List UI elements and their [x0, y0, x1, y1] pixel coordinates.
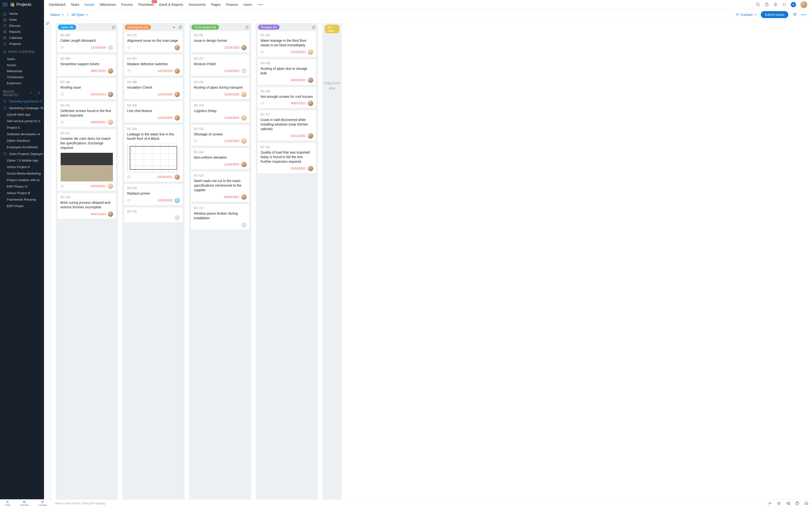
kanban-board[interactable]: Open (9) DC-I68 Cable Length Mismatch 12… [51, 20, 812, 507]
assignee-avatar[interactable] [241, 162, 247, 167]
refresh-icon[interactable] [112, 25, 115, 29]
tab-tasks[interactable]: Tasks [71, 0, 80, 9]
plug-icon[interactable] [777, 501, 781, 506]
issue-card[interactable]: DC-I67 Replace defective switches 12/24/… [124, 55, 183, 75]
smart-chat-input[interactable]: Here is your Smart Chat (Ctrl+Space) [52, 502, 767, 505]
issue-card[interactable]: DC-I43 Replace primer 12/24/2020 [124, 184, 183, 205]
issue-card[interactable]: DC-I14 Steel roads not cut to the exact … [191, 171, 249, 202]
issue-card[interactable]: DC-I37 Restock Polish 12/24/2020 [191, 55, 249, 75]
assignee-avatar[interactable] [108, 183, 113, 189]
zia-icon[interactable] [767, 501, 772, 506]
issue-card[interactable]: DC-I26 Not enough screws for roof trusse… [258, 87, 316, 108]
recent-project-item[interactable]: Airbus Project A [0, 164, 44, 170]
issue-card[interactable]: DC-I31 Defective screws found in the fir… [57, 101, 116, 127]
recent-project-item[interactable]: Donnelly Apartments C [0, 98, 44, 105]
assignee-avatar[interactable] [108, 92, 113, 97]
issue-card[interactable]: DC-I72 Alignment issue on the main page [124, 31, 183, 52]
tab-pages[interactable]: Pages [211, 0, 221, 9]
kanban-column[interactable]: Open (9) DC-I68 Cable Length Mismatch 12… [56, 23, 118, 504]
recent-project-item[interactable]: Employee Enrollment [0, 144, 44, 151]
assignee-avatar[interactable] [241, 194, 247, 200]
sort-icon[interactable] [30, 92, 33, 95]
help-icon[interactable] [795, 501, 800, 506]
assignee-avatar[interactable] [108, 45, 113, 50]
tab-finance[interactable]: Finance [226, 0, 238, 9]
assignee-avatar[interactable] [174, 215, 180, 220]
assignee-avatar[interactable] [174, 174, 180, 180]
submit-issues-button[interactable]: Submit Issues [761, 11, 788, 18]
issue-card[interactable]: DC-I58 Streamline support tickets 05/07/… [57, 55, 116, 75]
kanban-column[interactable]: To be tested (9) DC-I62 Issue in design … [189, 23, 251, 504]
kanban-column[interactable]: Reopen (5) DC-I40 Water leakage in the t… [256, 23, 318, 504]
assignee-avatar[interactable] [308, 166, 313, 171]
refresh-icon[interactable] [245, 25, 249, 29]
recent-project-item[interactable]: Zylker Solutions [0, 137, 44, 144]
issue-card[interactable]: DC-I25 Shortage of screws 12/24/2020 [191, 125, 249, 146]
sidebar-item-home[interactable]: Home [0, 11, 44, 17]
assignee-avatar[interactable] [108, 212, 113, 217]
tab-gantt-reports[interactable]: Gantt & Reports [159, 0, 183, 9]
settings-icon[interactable] [46, 22, 50, 25]
headset-icon[interactable] [804, 501, 809, 506]
tab-milestones[interactable]: Milestones [100, 0, 116, 9]
refresh-icon[interactable] [312, 25, 316, 29]
more-icon[interactable] [801, 14, 806, 15]
issue-card[interactable]: DC-I24 Non-uniform elevation 12/24/2020 [191, 148, 249, 169]
refresh-icon[interactable] [179, 25, 182, 29]
recent-project-item[interactable]: ERP Phase VI [0, 183, 44, 190]
kanban-column[interactable]: On holdDrag it unc plus [322, 23, 342, 504]
assignee-avatar[interactable] [241, 138, 247, 144]
dock-contacts[interactable]: Contacts [38, 500, 47, 506]
issue-card[interactable]: DC-I33 Logistics Delay 12/24/2020 [191, 101, 249, 122]
recent-project-item[interactable]: Social Media Marketing [0, 170, 44, 177]
sidebar-item-reports[interactable]: Reports [0, 29, 44, 35]
recent-project-item[interactable]: Zoho Projects Deploym [0, 151, 44, 157]
issue-card[interactable]: DC-I13 Window panes broken during instal… [191, 204, 249, 230]
issue-card[interactable]: DC-I34 Rusting of pipes during transport… [191, 78, 249, 99]
sidebar-item-issues[interactable]: Issues [0, 62, 44, 68]
topnav-more-icon[interactable] [258, 4, 263, 5]
hamburger-icon[interactable] [2, 2, 8, 7]
assignee-avatar[interactable] [174, 92, 180, 97]
assignee-avatar[interactable] [108, 119, 113, 125]
megaphone-icon[interactable] [786, 501, 790, 506]
sidebar-item-timesheets[interactable]: Timesheets [0, 74, 44, 80]
dock-channels[interactable]: Channels [19, 500, 29, 506]
issue-card[interactable]: DC-I12 Quality of load that was imported… [258, 143, 316, 173]
sidebar-item-discuss[interactable]: Discuss [0, 23, 44, 29]
issue-card[interactable]: DC-I68 Cable Length Mismatch 12/24/2020 [57, 31, 116, 52]
assignee-avatar[interactable] [308, 50, 313, 55]
issue-card[interactable]: DC-I44 Leakage in the water line in the … [124, 125, 183, 182]
assignee-avatar[interactable] [308, 133, 313, 138]
assignee-avatar[interactable] [308, 101, 313, 106]
issue-card[interactable]: DC-I17 Crack in wall discovered while in… [258, 110, 316, 140]
tab-timesheet[interactable]: Timesheet99+ [138, 0, 154, 9]
issue-card[interactable]: DC-I62 Issue in design format 12/24/2020 [191, 31, 249, 52]
sidebar-item-feed[interactable]: Feed [0, 17, 44, 23]
issue-card[interactable]: DC-I35 Rusting of pipes due to storage l… [258, 59, 316, 85]
sidebar-item-milestones[interactable]: Milestones [0, 68, 44, 74]
issue-card[interactable]: DC-I59 Live chat feature 12/24/2020 [124, 101, 183, 122]
profile-avatar[interactable] [800, 1, 807, 8]
recent-project-item[interactable]: Zylker 7.0 Mobile App [0, 157, 44, 164]
recent-project-item[interactable]: Self-service portal for Z [0, 118, 44, 124]
assignee-avatar[interactable] [241, 222, 247, 228]
issue-card[interactable]: DC-I66 Insulation Check 12/24/2020 [124, 78, 183, 99]
tab-issues[interactable]: Issues [85, 0, 94, 9]
assignee-avatar[interactable] [241, 45, 247, 50]
filter-dropdown[interactable]: All Open [71, 13, 89, 17]
tools-icon[interactable] [782, 2, 786, 7]
status-dropdown[interactable]: Status [50, 13, 64, 17]
recent-project-item[interactable]: Airbus Project B [0, 190, 44, 196]
kanban-column[interactable]: In progress (9) DC-I72 Alignment issue o… [122, 23, 185, 504]
filter-icon[interactable] [793, 12, 797, 17]
assignee-avatar[interactable] [174, 45, 180, 50]
recent-project-item[interactable]: Marketing Campaign Te [0, 105, 44, 111]
assignee-avatar[interactable] [174, 198, 180, 203]
tab-users[interactable]: Users [243, 0, 252, 9]
bell-icon[interactable] [773, 2, 778, 7]
recent-project-item[interactable]: Software developers re [0, 131, 44, 137]
issue-card[interactable]: DC-I21 Ceramic tile color does not match… [57, 129, 116, 191]
recent-project-item[interactable]: Project creation with la [0, 177, 44, 183]
timer-icon[interactable] [765, 2, 769, 7]
